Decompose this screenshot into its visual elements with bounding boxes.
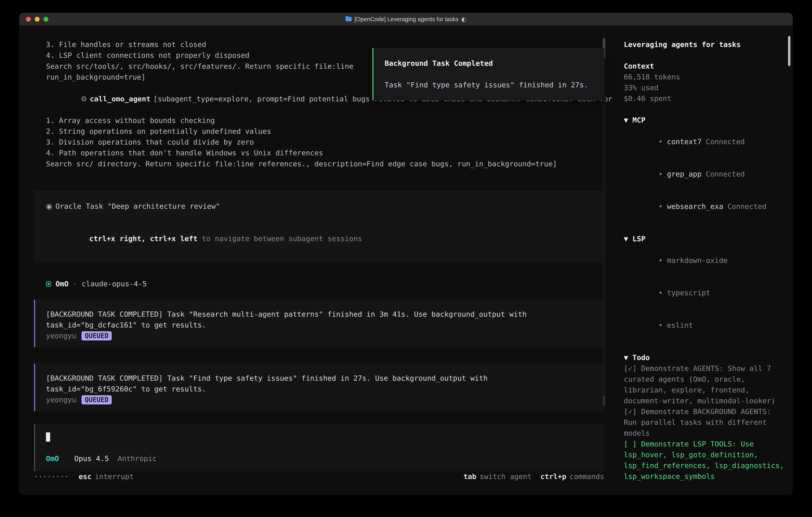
tab-key-label: switch agent: [480, 471, 531, 482]
message-meta: yeongyu QUEUED: [46, 394, 593, 405]
traffic-lights: [26, 17, 48, 22]
mcp-name: websearch_exa: [667, 202, 723, 211]
oracle-task-title: ◉Oracle Task "Deep architecture review": [46, 201, 592, 212]
queued-badge: QUEUED: [82, 331, 112, 341]
esc-key-label: interrupt: [95, 471, 134, 482]
input-line[interactable]: [46, 432, 593, 442]
mcp-name: grep_app: [667, 170, 701, 178]
bullet-icon: •: [658, 170, 663, 178]
ctrlp-key-hint: ctrl+p: [541, 471, 567, 482]
lsp-name: typescript: [667, 289, 710, 297]
notification-toast: Background Task Completed Task "Find typ…: [372, 48, 604, 100]
notification-title: Background Task Completed: [385, 58, 593, 69]
mcp-item: •context7Connected: [624, 126, 786, 158]
blank-line: [46, 212, 592, 222]
sidebar-scrollbar-thumb[interactable]: [788, 36, 790, 66]
log-line: 1. Array access without bounds checking: [34, 115, 604, 126]
agent-header: OmO · claude-opus-4-5: [34, 278, 604, 289]
status-left: ········ esc interrupt: [34, 471, 134, 482]
log-line: 2. String operations on potentially unde…: [34, 126, 604, 137]
oracle-task-panel: ◉Oracle Task "Deep architecture review" …: [34, 191, 604, 263]
queued-badge: QUEUED: [82, 395, 112, 404]
log-line: Search src/ directory. Return specific f…: [34, 159, 604, 169]
agent-name: OmO: [56, 278, 68, 289]
titlebar[interactable]: [OpenCode] Leveraging agents for tasks ◐: [19, 13, 793, 26]
oracle-task-label: Oracle Task "Deep architecture review": [55, 202, 220, 210]
oracle-navigation-hint: ctrl+x right, ctrl+x left to navigate be…: [46, 222, 592, 255]
chat-area: 3. File handles or streams not closed 4.…: [19, 26, 616, 495]
context-spent: $0.46 spent: [624, 93, 786, 104]
message-text: task_id="bg_6f59260c" to get results.: [46, 384, 593, 394]
input-provider-name: Anthropic: [118, 455, 157, 463]
main-scrollbar-mark[interactable]: [603, 396, 605, 406]
hint-keys: ctrl+x right, ctrl+x left: [89, 235, 198, 243]
todo-section-header[interactable]: ▼ Todo: [624, 352, 786, 363]
terminal-window: [OpenCode] Leveraging agents for tasks ◐…: [19, 13, 793, 495]
blank-line: [385, 69, 593, 80]
lsp-name: eslint: [667, 321, 693, 329]
close-window-button[interactable]: [26, 17, 31, 22]
esc-key-hint: esc: [79, 471, 91, 482]
ctrlp-key-label: commands: [570, 471, 604, 482]
input-agent-name: OmO: [46, 455, 59, 463]
lsp-item: •markdown-oxide: [624, 244, 786, 277]
progress-dots-icon: ········: [34, 471, 68, 482]
bullet-icon: •: [658, 202, 663, 211]
session-title: Leveraging agents for tasks: [624, 39, 786, 50]
window-content: 3. File handles or streams not closed 4.…: [19, 26, 793, 495]
tab-key-hint: tab: [463, 471, 476, 482]
message-text: [BACKGROUND TASK COMPLETED] Task "Find t…: [46, 373, 593, 384]
bullet-icon: •: [658, 256, 663, 265]
log-line: 4. Path operations that don't handle Win…: [34, 147, 604, 158]
zoom-window-button[interactable]: [44, 17, 48, 22]
prompt-input[interactable]: OmO Opus 4.5 Anthropic: [34, 424, 604, 471]
window-title: [OpenCode] Leveraging agents for tasks ◐: [346, 13, 466, 26]
mcp-item: •websearch_exaConnected: [624, 190, 786, 223]
message-text: [BACKGROUND TASK COMPLETED] Task "Resear…: [46, 309, 593, 320]
notification-body: Task "Find type safety issues" finished …: [385, 80, 593, 90]
window-title-text: [OpenCode] Leveraging agents for tasks: [354, 13, 459, 26]
mcp-section-header[interactable]: ▼ MCP: [624, 115, 786, 126]
mcp-status: Connected: [727, 202, 766, 211]
message-background-task-1: [BACKGROUND TASK COMPLETED] Task "Resear…: [34, 300, 604, 347]
input-model-name: Opus 4.5: [74, 455, 109, 463]
todo-item: [ ] Demonstrate LSP TOOLS: Use lsp_hover…: [624, 439, 786, 482]
status-right: tab switch agent ctrl+p commands: [463, 471, 604, 482]
spinner-icon: ◐: [461, 13, 466, 26]
status-bar: ········ esc interrupt tab switch agent …: [34, 471, 604, 495]
context-tokens: 66,518 tokens: [624, 72, 786, 82]
context-heading: Context: [624, 61, 786, 72]
agent-model: claude-opus-4-5: [82, 278, 147, 289]
lsp-section-header[interactable]: ▼ LSP: [624, 234, 786, 244]
todo-item: [ ] Demonstrate AST-GREP: Pattern search…: [624, 493, 786, 495]
blank-line: [624, 223, 786, 234]
bullet-icon: •: [658, 138, 663, 146]
model-info-line: OmO Opus 4.5 Anthropic: [46, 453, 593, 464]
log-line: 3. Division operations that could divide…: [34, 137, 604, 147]
mcp-name: context7: [667, 138, 701, 146]
minimize-window-button[interactable]: [35, 17, 39, 22]
message-meta: yeongyu QUEUED: [46, 330, 593, 341]
message-text: task_id="bg_dcfac161" to get results.: [46, 320, 593, 330]
tool-name: call_omo_agent: [90, 95, 150, 103]
sidebar: Leveraging agents for tasks Context 66,5…: [616, 26, 793, 495]
blank-line: [624, 50, 786, 61]
blank-line: [624, 342, 786, 352]
message-author: yeongyu: [46, 394, 76, 405]
context-used: 33% used: [624, 82, 786, 93]
todo-item: [✓] Demonstrate AGENTS: Show all 7 curat…: [624, 363, 786, 406]
mcp-status: Connected: [706, 170, 745, 178]
lsp-item: •typescript: [624, 277, 786, 309]
lsp-item: •eslint: [624, 309, 786, 342]
bullet-icon: •: [658, 321, 663, 329]
mcp-item: •grep_appConnected: [624, 158, 786, 190]
text-cursor: [46, 432, 50, 442]
oracle-status-icon: ◉: [46, 202, 52, 210]
mcp-status: Connected: [706, 138, 745, 146]
todo-item: [✓] Demonstrate BACKGROUND AGENTS: Run p…: [624, 406, 786, 439]
separator-dot: ·: [73, 278, 77, 289]
hint-text: to navigate between subagent sessions: [198, 235, 362, 243]
message-author: yeongyu: [46, 330, 76, 341]
message-background-task-2: [BACKGROUND TASK COMPLETED] Task "Find t…: [34, 364, 604, 411]
bullet-icon: •: [658, 289, 663, 297]
